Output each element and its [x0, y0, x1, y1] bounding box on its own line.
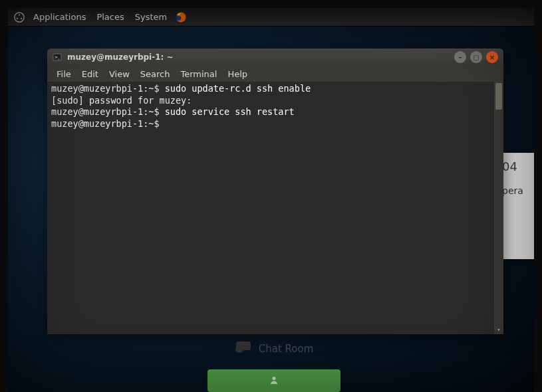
- menu-edit[interactable]: Edit: [76, 68, 104, 80]
- window-titlebar[interactable]: >_ muzey@muzeyrbpi-1: ~ – ▢ ×: [47, 49, 503, 66]
- chat-bubbles-icon: [235, 340, 252, 357]
- bg-value-partial: 04: [502, 159, 529, 173]
- svg-point-7: [235, 346, 243, 353]
- menu-system[interactable]: System: [132, 11, 170, 23]
- terminal-output[interactable]: muzey@muzeyrbpi-1:~$ sudo update-rc.d ss…: [47, 82, 503, 334]
- terminal-window: >_ muzey@muzeyrbpi-1: ~ – ▢ × File Edit …: [47, 49, 503, 334]
- terminal-app-icon: >_: [53, 52, 62, 62]
- firefox-icon[interactable]: [175, 11, 187, 23]
- bg-text-partial: pera: [502, 185, 529, 196]
- menu-view[interactable]: View: [104, 68, 135, 80]
- svg-point-2: [17, 17, 18, 19]
- terminal-menubar: File Edit View Search Terminal Help: [47, 66, 503, 82]
- main-menu-icon[interactable]: [13, 11, 25, 23]
- scroll-thumb[interactable]: [495, 83, 502, 110]
- command-1: sudo update-rc.d ssh enable: [165, 83, 311, 94]
- svg-point-8: [273, 377, 276, 380]
- minimize-button[interactable]: –: [454, 51, 466, 63]
- menu-search[interactable]: Search: [135, 68, 176, 80]
- close-button[interactable]: ×: [486, 51, 498, 63]
- prompt-3: muzey@muzeyrbpi-1:~$: [51, 118, 160, 129]
- svg-point-3: [21, 17, 22, 19]
- svg-point-1: [19, 14, 20, 15]
- chat-room-link[interactable]: Chat Room: [235, 335, 314, 363]
- menu-file[interactable]: File: [51, 68, 76, 80]
- window-title: muzey@muzeyrbpi-1: ~: [67, 52, 450, 62]
- svg-text:>_: >_: [55, 54, 60, 60]
- menu-help[interactable]: Help: [222, 68, 253, 80]
- person-icon: [269, 375, 279, 387]
- green-action-button[interactable]: [207, 369, 340, 392]
- menu-places[interactable]: Places: [94, 11, 126, 23]
- menu-terminal[interactable]: Terminal: [175, 68, 222, 80]
- top-panel: Applications Places System: [8, 8, 534, 27]
- menu-applications[interactable]: Applications: [31, 11, 88, 23]
- terminal-scrollbar[interactable]: ▴ ▾: [494, 82, 503, 334]
- maximize-button[interactable]: ▢: [470, 51, 482, 63]
- chat-room-label: Chat Room: [259, 343, 314, 355]
- output-sudo-password: [sudo] password for muzey:: [51, 95, 192, 106]
- svg-point-0: [15, 12, 24, 21]
- prompt-2: muzey@muzeyrbpi-1:~$: [51, 106, 165, 117]
- background-app-ui: Chat Room: [194, 335, 354, 392]
- prompt-1: muzey@muzeyrbpi-1:~$: [51, 83, 165, 94]
- command-2: sudo service ssh restart: [165, 106, 295, 117]
- scroll-down-icon[interactable]: ▾: [495, 326, 502, 333]
